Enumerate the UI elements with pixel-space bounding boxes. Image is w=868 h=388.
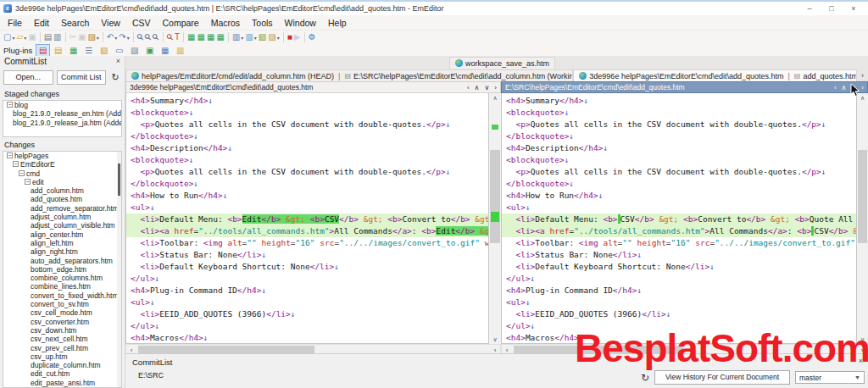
- tree-item[interactable]: align_center.htm: [3, 230, 121, 239]
- tree-item[interactable]: add_column.htm: [3, 186, 121, 195]
- tree-item[interactable]: convert_to_sv.htm: [3, 300, 121, 308]
- maximize-button[interactable]: □: [821, 3, 843, 14]
- tree-item[interactable]: blog_21.9.0_release_ja.htm (Added): [3, 119, 121, 127]
- scroll-down-icon[interactable]: ∨: [489, 335, 501, 344]
- minimize-button[interactable]: –: [798, 3, 821, 14]
- prev-difference-icon[interactable]: ‹: [834, 84, 837, 91]
- tree-item[interactable]: csv_converter.htm: [3, 318, 121, 326]
- plugin-commit-list-icon[interactable]: ▦: [158, 44, 172, 57]
- customize-icon[interactable]: ⚙: [308, 31, 317, 43]
- plugin-snippets-icon[interactable]: ▧: [97, 44, 111, 57]
- tree-item[interactable]: edit_paste_ansi.htm: [3, 379, 121, 387]
- right-pane-header[interactable]: E:\SRC\helpPages\EmEditorE\cmd\edit\add_…: [501, 81, 868, 93]
- tree-item[interactable]: −helpPages: [3, 152, 121, 160]
- right-editor-pane[interactable]: <h4>Summary</h4>↓<blockquote>↓ <p>Quotes…: [501, 93, 857, 344]
- refresh-icon[interactable]: ↻: [109, 72, 121, 83]
- sync-scroll-icon[interactable]: ▥▾: [244, 31, 257, 43]
- print-preview-icon[interactable]: ▥: [53, 31, 62, 43]
- tree-item[interactable]: csv_up.htm: [3, 352, 121, 361]
- menu-compare[interactable]: Compare: [156, 16, 204, 30]
- menu-tools[interactable]: Tools: [246, 16, 279, 30]
- tree-item[interactable]: bottom_edge.htm: [3, 265, 121, 274]
- tree-item[interactable]: align_left.htm: [3, 239, 121, 247]
- first-difference-icon[interactable]: ∧: [842, 84, 847, 91]
- changes-tree-scrollbar[interactable]: [117, 152, 121, 387]
- plugin-html-bar-icon[interactable]: ▦: [66, 44, 81, 57]
- tree-item[interactable]: adjust_column.htm: [3, 213, 121, 221]
- tree-item[interactable]: csv_next_cell.htm: [3, 335, 121, 343]
- tab-workspace-save-as[interactable]: workspace_save_as.htm: [449, 57, 555, 69]
- tree-item[interactable]: convert_to_fixed_width.htm: [3, 291, 121, 300]
- tree-item[interactable]: combine_lines.htm: [3, 282, 121, 291]
- tab-add-quotes[interactable]: 3de996e helpPages\EmEditorE\cmd\edit\add…: [573, 69, 857, 81]
- tree-item[interactable]: add_quotes.htm: [3, 195, 121, 203]
- left-pane-header[interactable]: 3de996e helpPages\EmEditorE\cmd\edit\add…: [125, 81, 501, 93]
- collapse-icon[interactable]: −: [25, 179, 31, 185]
- plugin-word-count-icon[interactable]: ▥: [173, 44, 187, 57]
- compare-rescan-icon[interactable]: ▧: [258, 31, 267, 43]
- commit-list-button[interactable]: Commit List: [57, 70, 107, 85]
- tree-item[interactable]: auto_add_separators.htm: [3, 257, 121, 265]
- menu-file[interactable]: File: [2, 16, 28, 30]
- csv-standard-mode-icon[interactable]: ▦: [186, 31, 196, 43]
- menu-edit[interactable]: Edit: [28, 16, 55, 30]
- record-macro-icon[interactable]: ■: [287, 31, 293, 43]
- next-difference-icon[interactable]: ∨: [484, 84, 489, 91]
- branch-dropdown[interactable]: master ▼: [795, 371, 865, 384]
- csv-tsv-mode-icon[interactable]: ▦: [197, 31, 206, 43]
- left-vscroll-thumb[interactable]: [490, 150, 500, 243]
- tree-item[interactable]: csv_cell_mode.htm: [3, 308, 121, 317]
- collapse-icon[interactable]: −: [13, 161, 19, 167]
- find-toolbar-icon[interactable]: ⚲: [166, 31, 174, 43]
- right-vertical-scrollbar[interactable]: ∧ ∨: [857, 93, 868, 344]
- menu-search[interactable]: Search: [55, 16, 95, 30]
- plugin-projects-icon[interactable]: ▤: [36, 44, 50, 57]
- menu-help[interactable]: Help: [322, 16, 353, 30]
- commitlist-close-icon[interactable]: ×: [116, 57, 120, 69]
- tab-add-column[interactable]: helpPages/EmEditorE/cmd/edit/add_column.…: [125, 69, 573, 81]
- run-macro-icon[interactable]: ▶: [293, 31, 302, 43]
- collapse-icon[interactable]: −: [7, 152, 13, 158]
- plugin-web-preview-icon[interactable]: ▭: [112, 44, 126, 57]
- tree-item[interactable]: adjust_column_visible.htm: [3, 221, 121, 230]
- copy-icon[interactable]: ▣: [77, 31, 86, 43]
- tree-item[interactable]: blog_21.9.0_release_en.htm (Added): [3, 109, 121, 118]
- plugin-outline-icon[interactable]: ☰: [81, 44, 96, 57]
- compare-icon[interactable]: ▥▾: [231, 31, 244, 43]
- csv-options-icon[interactable]: ▦: [215, 31, 225, 43]
- tree-item[interactable]: −EmEditorE: [3, 160, 121, 169]
- view-history-button[interactable]: View History For Current Document: [654, 370, 790, 385]
- scroll-up-icon[interactable]: ∧: [489, 93, 501, 103]
- left-editor-pane[interactable]: <h4>Summary</h4>↓<blockquote>↓ <p>Quotes…: [125, 93, 489, 344]
- right-vscroll-thumb[interactable]: [858, 150, 867, 243]
- open-icon[interactable]: ▱▾: [15, 31, 27, 43]
- close-button[interactable]: ×: [843, 3, 865, 14]
- tree-item[interactable]: csv_prev_cell.htm: [3, 344, 121, 352]
- csv-dsv-mode-icon[interactable]: ▦: [206, 31, 215, 43]
- print-icon[interactable]: ▤: [43, 31, 53, 43]
- menu-window[interactable]: Window: [279, 16, 322, 30]
- save-icon[interactable]: ▣: [27, 31, 36, 43]
- new-document-icon[interactable]: ▢▾: [3, 31, 15, 43]
- last-difference-icon[interactable]: ›: [494, 84, 497, 91]
- web-preview-icon[interactable]: ▨▾: [267, 31, 280, 43]
- first-difference-icon[interactable]: ∧: [475, 84, 480, 91]
- tab-scroll-right-icon[interactable]: ›: [857, 69, 868, 81]
- menu-view[interactable]: View: [95, 16, 126, 30]
- plugin-explorer-icon[interactable]: ▤: [51, 44, 65, 57]
- tree-item[interactable]: edit_cut.htm: [3, 369, 121, 378]
- tree-item[interactable]: −cmd: [3, 169, 121, 178]
- left-vertical-scrollbar[interactable]: ∧ ∨: [489, 93, 501, 344]
- tree-item[interactable]: −blog: [3, 101, 121, 109]
- prev-difference-icon[interactable]: ‹: [467, 84, 470, 91]
- menu-csv[interactable]: CSV: [126, 16, 157, 30]
- tree-item[interactable]: csv_down.htm: [3, 326, 121, 335]
- history-refresh-icon[interactable]: ↻: [641, 372, 649, 384]
- tree-item[interactable]: −edit: [3, 178, 121, 186]
- cut-icon[interactable]: ✂: [69, 31, 77, 43]
- open-button[interactable]: Open...: [3, 70, 53, 85]
- tree-item[interactable]: align_right.htm: [3, 247, 121, 256]
- replace-in-files-icon[interactable]: ⚲: [152, 31, 159, 43]
- undo-icon[interactable]: ↶▾: [106, 31, 118, 43]
- collapse-icon[interactable]: −: [7, 102, 13, 108]
